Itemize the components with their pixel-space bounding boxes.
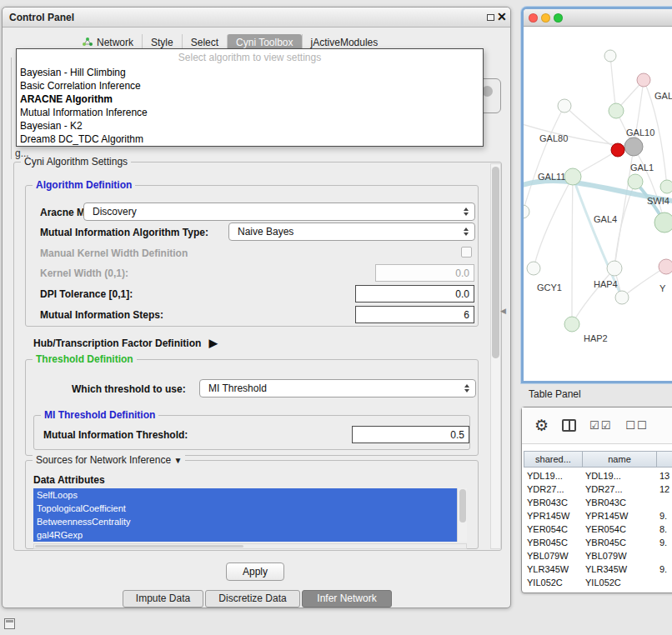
network-node[interactable] (628, 174, 643, 189)
table-row[interactable]: YDL19... YDL19... 13 (524, 469, 672, 482)
float-window-icon[interactable] (487, 14, 494, 21)
table-row[interactable]: YLR345W YLR345W 9. (524, 562, 672, 576)
kernel-width-field (375, 264, 474, 282)
network-node[interactable] (558, 99, 571, 112)
manual-kernel-checkbox (461, 247, 472, 258)
network-node[interactable] (609, 103, 624, 118)
cyni-settings-title: Cyni Algorithm Settings (21, 156, 131, 168)
table-panel-window: ⚙ ☑☑ ☐☐ shared... name YDL19... YDL19...… (521, 407, 672, 593)
network-node[interactable] (660, 180, 672, 193)
algorithm-definition-title: Algorithm Definition (33, 179, 135, 191)
network-node[interactable] (637, 73, 650, 87)
list-item[interactable]: gal4RGexp (33, 528, 457, 542)
collapse-down-icon[interactable]: ▼ (173, 456, 182, 465)
tab-impute-data[interactable]: Impute Data (123, 590, 203, 608)
tab-discretize-data[interactable]: Discretize Data (205, 590, 300, 608)
network-view-window: GAL80 GAL10 GAL11 GAL1 SWI4 GAL4 GCY1 HA… (521, 7, 672, 383)
list-item[interactable]: BetweennessCentrality (33, 515, 457, 528)
deselect-all-icon[interactable]: ☐☐ (625, 419, 648, 432)
network-node[interactable] (611, 143, 624, 157)
network-node-label: GAL1 (630, 162, 654, 172)
network-edge[interactable] (524, 106, 564, 212)
network-node[interactable] (624, 138, 643, 156)
mi-threshold-label: Mutual Information Threshold: (43, 429, 188, 441)
column-header-name[interactable]: name (582, 451, 657, 468)
menu-item-bayesian-hill-climbing[interactable]: Bayesian - Hill Climbing (17, 66, 483, 79)
menu-item-dream8[interactable]: Dream8 DC_TDC Algorithm (17, 132, 483, 146)
table-row[interactable]: YDR27... YDR27... 12 (524, 482, 672, 496)
algorithm-dropdown-popup: Select algorithm to view settings Bayesi… (16, 48, 484, 147)
columns-icon[interactable] (562, 419, 576, 432)
network-window-titlebar (524, 9, 672, 27)
list-scrollbar-track[interactable] (457, 488, 467, 542)
column-header-shared-name[interactable]: shared... (524, 451, 583, 468)
network-node-label: GAL80 (539, 133, 568, 143)
network-node[interactable] (654, 212, 672, 232)
chevron-updown-icon (464, 384, 469, 392)
which-threshold-select[interactable]: MI Threshold (199, 379, 476, 398)
network-node[interactable] (604, 50, 616, 62)
chevron-updown-icon (464, 208, 469, 216)
chevron-updown-icon (464, 228, 469, 236)
apply-button[interactable]: Apply (226, 562, 284, 581)
table-row[interactable]: YBR045C YBR045C 9. (524, 536, 672, 549)
column-header-partial[interactable] (656, 451, 672, 468)
menu-item-mutual-information[interactable]: Mutual Information Inference (17, 106, 483, 119)
select-all-icon[interactable]: ☑☑ (589, 419, 612, 432)
mi-threshold-field[interactable] (352, 426, 469, 443)
list-item[interactable]: TopologicalCoefficient (33, 502, 457, 515)
network-node[interactable] (527, 262, 540, 275)
close-icon[interactable]: ✕ (497, 10, 507, 23)
expand-right-icon[interactable]: ▶ (209, 337, 218, 349)
threshold-definition-title: Threshold Definition (33, 353, 137, 365)
gear-icon[interactable]: ⚙ (534, 418, 549, 433)
network-node[interactable] (564, 317, 579, 332)
settings-scrollbar-thumb[interactable] (492, 167, 499, 358)
network-node-label: GCY1 (537, 282, 562, 292)
network-node[interactable] (564, 168, 581, 185)
network-node[interactable] (607, 261, 622, 276)
table-row[interactable]: YPR145W YPR145W 9. (524, 509, 672, 522)
network-edge[interactable] (534, 177, 573, 268)
mi-steps-field[interactable] (355, 306, 474, 323)
sources-title[interactable]: Sources for Network Inference ▼ (33, 454, 185, 466)
menu-item-aracne[interactable]: ARACNE Algorithm (17, 92, 483, 106)
network-node[interactable] (615, 291, 629, 304)
aracne-mode-select[interactable]: Discovery (83, 202, 475, 221)
network-edge[interactable] (572, 177, 573, 324)
table-row[interactable]: YIL052C YIL052C (524, 576, 672, 589)
minimized-panel-icon[interactable] (4, 618, 15, 629)
table-row[interactable]: YBL079W YBL079W (524, 549, 672, 562)
network-node-label: SWI4 (647, 196, 669, 206)
table-row[interactable]: YBR043C YBR043C (524, 496, 672, 509)
data-attributes-label: Data Attributes (33, 474, 105, 486)
network-canvas[interactable]: GAL80 GAL10 GAL11 GAL1 SWI4 GAL4 GCY1 HA… (524, 27, 672, 381)
table-row[interactable]: YER054C YER054C 8. (524, 522, 672, 536)
splitter-collapse-icon[interactable]: ◀ (500, 307, 506, 315)
list-hscrollbar-thumb[interactable] (35, 545, 243, 548)
which-threshold-label: Which threshold to use: (72, 383, 186, 395)
dpi-tolerance-field[interactable] (355, 285, 474, 302)
list-hscrollbar-track[interactable] (33, 543, 467, 549)
tab-infer-network[interactable]: Infer Network (302, 590, 392, 608)
network-edge[interactable] (610, 56, 616, 111)
menu-item-basic-correlation[interactable]: Basic Correlation Inference (17, 79, 483, 92)
dpi-tolerance-label: DPI Tolerance [0,1]: (40, 288, 133, 300)
hub-definition-expander[interactable]: Hub/Transcription Factor Definition ▶ (33, 337, 218, 349)
window-title: Control Panel (9, 12, 74, 23)
menu-item-bayesian-k2[interactable]: Bayesian - K2 (17, 119, 483, 132)
network-edge[interactable] (572, 268, 614, 324)
list-item[interactable]: SelfLoops (33, 488, 457, 502)
mi-type-select[interactable]: Naive Bayes (228, 222, 475, 241)
close-traffic-light[interactable] (529, 13, 538, 22)
list-scrollbar-thumb[interactable] (459, 489, 466, 522)
network-graph: GAL80 GAL10 GAL11 GAL1 SWI4 GAL4 GCY1 HA… (524, 27, 672, 381)
network-node[interactable] (659, 259, 672, 274)
kernel-width-label: Kernel Width (0,1): (40, 268, 128, 279)
network-tab-icon (83, 37, 93, 49)
zoom-traffic-light[interactable] (554, 13, 563, 22)
network-node-label: GAL10 (626, 128, 654, 138)
control-panel-titlebar: Control Panel (3, 8, 510, 28)
minimize-traffic-light[interactable] (541, 13, 550, 22)
network-node[interactable] (524, 205, 529, 218)
